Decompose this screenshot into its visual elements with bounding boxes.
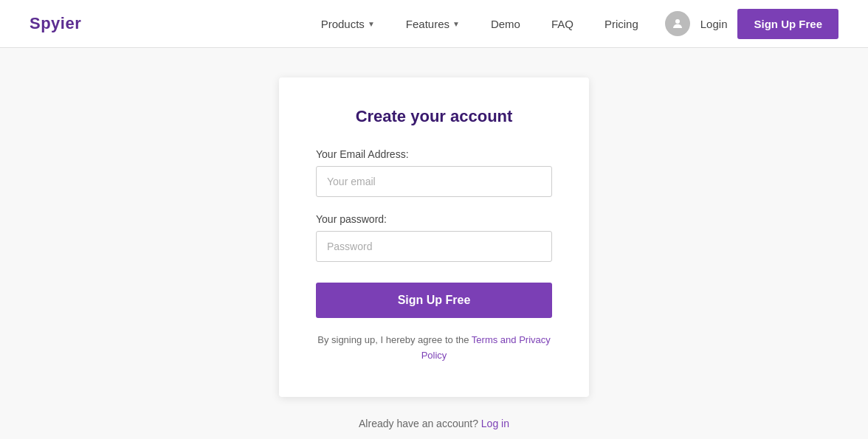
password-input[interactable] (316, 231, 552, 262)
password-label: Your password: (316, 213, 552, 225)
nav-label-faq: FAQ (551, 18, 574, 30)
terms-text: By signing up, I hereby agree to the Ter… (316, 333, 552, 364)
password-form-group: Your password: (316, 213, 552, 262)
signup-card: Create your account Your Email Address: … (279, 77, 589, 397)
nav-label-pricing: Pricing (604, 18, 638, 30)
email-input[interactable] (316, 166, 552, 197)
email-form-group: Your Email Address: (316, 148, 552, 197)
signup-button-main[interactable]: Sign Up Free (316, 283, 552, 318)
signup-button-nav[interactable]: Sign Up Free (737, 9, 838, 39)
nav-label-demo: Demo (491, 18, 520, 30)
nav-item-pricing[interactable]: Pricing (593, 12, 650, 36)
card-title: Create your account (316, 107, 552, 126)
nav-right: Login Sign Up Free (665, 9, 838, 39)
nav-label-products: Products (321, 18, 365, 30)
chevron-down-icon: ▼ (452, 20, 460, 28)
main-nav: Products ▼ Features ▼ Demo FAQ Pricing (309, 12, 650, 36)
svg-point-0 (675, 19, 680, 24)
login-link-main[interactable]: Log in (481, 418, 509, 429)
nav-item-features[interactable]: Features ▼ (394, 12, 472, 36)
logo[interactable]: Spyier (30, 14, 81, 33)
nav-item-products[interactable]: Products ▼ (309, 12, 387, 36)
nav-label-features: Features (406, 18, 450, 30)
already-text: Already have an account? (359, 418, 478, 429)
nav-item-demo[interactable]: Demo (479, 12, 532, 36)
already-account-text: Already have an account? Log in (359, 418, 509, 429)
email-label: Your Email Address: (316, 148, 552, 160)
chevron-down-icon: ▼ (368, 20, 375, 28)
nav-item-faq[interactable]: FAQ (540, 12, 585, 36)
login-link[interactable]: Login (698, 12, 731, 36)
user-icon[interactable] (665, 11, 690, 36)
terms-before: By signing up, I hereby agree to the (317, 334, 472, 345)
